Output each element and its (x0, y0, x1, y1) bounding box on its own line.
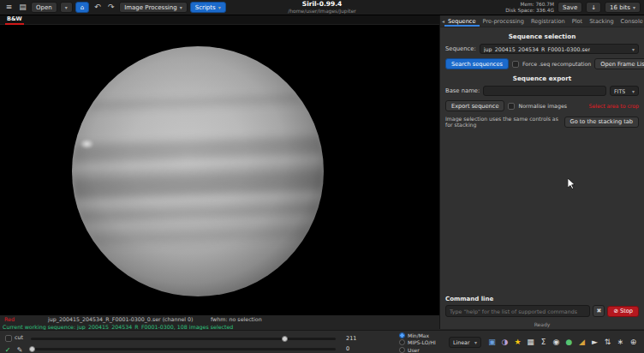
stop-icon: ⊘ (613, 308, 618, 314)
tab-plot[interactable]: Plot (569, 15, 586, 27)
right-panel: ◂ Sequence Pre-processing Registration P… (439, 15, 644, 329)
hamburger-menu-icon[interactable]: ≡ (3, 2, 15, 13)
open-recent-dropdown[interactable]: ▾ (60, 2, 73, 13)
chevron-down-icon: ▾ (632, 46, 635, 52)
photo-icon[interactable]: ▣ (486, 336, 498, 348)
target-icon[interactable]: ◉ (551, 336, 562, 348)
status-line-1: Red jup_200415_204534_R_F0001-0300_0.ser… (0, 315, 439, 323)
display-mode-value: Linear (453, 339, 470, 345)
quick-tools-row: ▣ ◑ ★ ▦ Σ ◉ ● ◢ ► ⇅ ∗ ⊕ (486, 336, 639, 348)
cut-label: cut (15, 334, 23, 340)
jupiter-bright-spot (80, 139, 94, 149)
save-as-icon: ↓ (591, 4, 596, 11)
sequence-export-header: Sequence export (440, 75, 644, 82)
normalise-images-label: Normalise images (518, 103, 567, 109)
radio-minmax[interactable]: Min/Max (399, 332, 436, 339)
ruler-icon[interactable]: ◢ (576, 336, 587, 348)
force-seq-label: Force .seq recomputation (522, 61, 591, 67)
jupiter-cloud-bands (72, 46, 324, 296)
window-title: Siril-0.99.4 /home/user/Images/Jupiter (288, 1, 356, 15)
clear-command-button[interactable]: ✖ (593, 305, 605, 317)
save-as-button[interactable]: ↓ (586, 2, 601, 13)
sequence-combobox[interactable]: jup_200415_204534_R_F0001-0300.ser ▾ (480, 44, 639, 54)
compass-icon[interactable]: ⊕ (628, 336, 639, 348)
selection-info-text: Image selection uses the same controls a… (445, 116, 561, 129)
stop-button[interactable]: ⊘ Stop (607, 306, 639, 317)
redo-icon[interactable]: ↷ (105, 2, 116, 13)
goto-stacking-button[interactable]: Go to the stacking tab (564, 117, 639, 128)
status-line-2: Current working sequence: jup_200415_204… (0, 323, 439, 330)
home-icon: ⌂ (80, 4, 84, 11)
export-format-dropdown[interactable]: FITS ▾ (610, 86, 639, 96)
tab-registration[interactable]: Registration (528, 15, 569, 27)
radio-minmax-icon (399, 332, 405, 338)
command-input[interactable] (445, 305, 590, 317)
chevron-down-icon: ▾ (632, 88, 635, 94)
tab-stacking[interactable]: Stacking (586, 15, 617, 27)
export-sequence-button[interactable]: Export sequence (445, 100, 504, 111)
sequence-label: Sequence: (445, 45, 476, 52)
search-sequences-button[interactable]: Search sequences (445, 58, 509, 69)
sequence-selection-header: Sequence selection (440, 33, 644, 40)
cut-checkbox[interactable] (5, 335, 12, 342)
hi-cut-slider[interactable] (31, 338, 336, 340)
mouse-cursor (568, 178, 575, 191)
scripts-menu[interactable]: Scripts ▾ (190, 2, 226, 13)
radio-user-icon (399, 347, 405, 353)
hi-cut-slider-handle[interactable] (282, 336, 288, 342)
swap-icon[interactable]: ⇅ (602, 336, 613, 348)
home-button[interactable]: ⌂ (75, 2, 89, 13)
display-controls-bar: cut 211 ✓ ✎ 0 Min/Max MIPS-LO/HI User Li… (0, 330, 644, 353)
fwhm-status: fwhm: no selection (211, 316, 262, 322)
grid-icon[interactable]: ▦ (525, 336, 536, 348)
chevron-down-icon: ▾ (474, 339, 477, 345)
base-name-input[interactable] (483, 86, 606, 96)
check-icon[interactable]: ✓ (3, 344, 12, 353)
ready-status: Ready (440, 321, 644, 327)
normalise-images-checkbox[interactable] (508, 103, 515, 110)
open-frame-list-button[interactable]: Open Frame List (594, 58, 644, 69)
memory-info: Mem: 760.7M Disk Space: 336.4G (505, 2, 554, 14)
undo-icon[interactable]: ↶ (92, 2, 103, 13)
force-seq-checkbox[interactable] (512, 61, 519, 68)
tab-pre-processing[interactable]: Pre-processing (480, 15, 528, 27)
current-filename: jup_200415_204534_R_F0001-0300_0.ser (ch… (48, 316, 193, 322)
moon-icon[interactable]: ◑ (499, 336, 510, 348)
play-icon[interactable]: ► (589, 336, 600, 348)
clear-icon: ✖ (597, 308, 602, 314)
sum-icon[interactable]: Σ (538, 336, 549, 348)
save-button[interactable]: Save (558, 2, 582, 13)
lo-cut-slider[interactable] (31, 348, 336, 350)
bit-depth-dropdown[interactable]: 16 bits ▾ (605, 2, 641, 13)
tab-sequence[interactable]: Sequence (444, 15, 480, 27)
sequence-status: Current working sequence: jup_200415_204… (3, 324, 233, 330)
chevron-down-icon: ▾ (180, 4, 182, 10)
dot-icon[interactable]: ● (564, 336, 575, 348)
lo-cut-value: 0 (346, 345, 349, 352)
pencil-icon[interactable]: ✎ (15, 344, 24, 353)
command-line-header: Command line (445, 296, 639, 302)
scaling-radio-group: Min/Max MIPS-LO/HI User (399, 332, 436, 353)
jupiter-image (72, 46, 324, 296)
working-directory: /home/user/Images/Jupiter (288, 9, 356, 15)
channel-tab-bw[interactable]: B&W (5, 15, 24, 25)
image-processing-menu[interactable]: Image Processing ▾ (119, 2, 188, 13)
image-icon[interactable]: ▤ (17, 2, 28, 13)
channel-strip: B&W (0, 15, 439, 25)
display-mode-dropdown[interactable]: Linear ▾ (449, 337, 481, 348)
panel-tabs: ◂ Sequence Pre-processing Registration P… (440, 15, 644, 27)
radio-mips-icon (399, 339, 405, 345)
tab-console[interactable]: Console (617, 15, 644, 27)
hi-cut-value: 211 (346, 335, 356, 342)
radio-mips[interactable]: MIPS-LO/HI (399, 339, 436, 347)
channel-name: Red (4, 316, 15, 322)
mem-label: Mem: 760.7M (505, 2, 554, 8)
disk-label: Disk Space: 336.4G (505, 8, 554, 14)
open-button[interactable]: Open (31, 2, 57, 13)
radio-user[interactable]: User (399, 346, 436, 353)
star-icon[interactable]: ★ (512, 336, 523, 348)
lo-cut-slider-handle[interactable] (29, 346, 35, 352)
image-display-area[interactable]: B&W (0, 15, 439, 315)
asterisk-icon[interactable]: ∗ (615, 336, 626, 348)
titlebar: ≡ ▤ Open ▾ ⌂ ↶ ↷ Image Processing ▾ Scri… (0, 0, 644, 15)
